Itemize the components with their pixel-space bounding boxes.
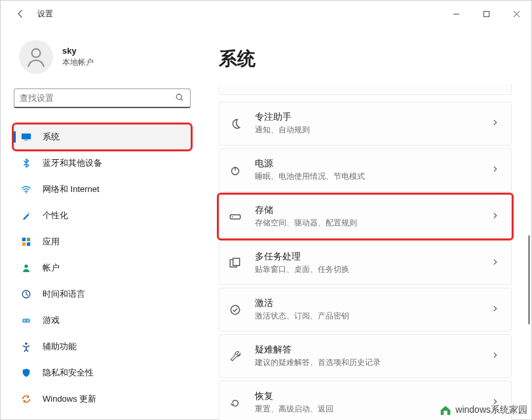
nav-label: Windows 更新 bbox=[43, 393, 96, 405]
nav-item-2[interactable]: 网络和 Internet bbox=[14, 177, 191, 202]
monitor-icon bbox=[20, 131, 32, 143]
settings-list: 专注助手通知、自动规则电源睡眠、电池使用情况、节电模式存储存储空间、驱动器、配置… bbox=[219, 85, 512, 420]
wifi-icon bbox=[20, 183, 32, 195]
nav-item-7[interactable]: 游戏 bbox=[14, 308, 191, 333]
setting-subtitle: 通知、自动规则 bbox=[255, 124, 480, 136]
nav-label: 隐私和安全性 bbox=[43, 367, 94, 379]
nav-label: 蓝牙和其他设备 bbox=[43, 157, 102, 169]
search-icon bbox=[175, 93, 184, 104]
minimize-icon bbox=[453, 10, 460, 18]
brand-text: windows系统家园 bbox=[455, 404, 527, 416]
user-info: sky 本地帐户 bbox=[62, 46, 94, 68]
nav-label: 时间和语言 bbox=[43, 288, 85, 300]
recover-icon bbox=[227, 395, 243, 411]
nav-label: 系统 bbox=[43, 131, 60, 143]
settings-item-partial-top[interactable] bbox=[219, 85, 512, 95]
time-icon bbox=[20, 288, 32, 300]
page-title: 系统 bbox=[219, 47, 512, 71]
game-icon bbox=[20, 315, 32, 326]
person-icon bbox=[20, 262, 32, 274]
setting-title: 激活 bbox=[255, 297, 480, 309]
apps-icon bbox=[20, 236, 32, 248]
window-title: 设置 bbox=[37, 9, 53, 20]
person-icon bbox=[23, 44, 49, 70]
nav-item-1[interactable]: 蓝牙和其他设备 bbox=[14, 151, 191, 176]
setting-title: 存储 bbox=[255, 204, 480, 216]
user-name: sky bbox=[62, 46, 94, 56]
chevron-right-icon bbox=[491, 305, 501, 315]
window-controls bbox=[441, 1, 531, 27]
accessibility-icon bbox=[20, 341, 32, 353]
brand-logo-icon bbox=[438, 404, 453, 417]
back-button[interactable] bbox=[7, 1, 33, 27]
setting-item-3[interactable]: 多任务处理贴靠窗口、桌面、任务切换 bbox=[219, 241, 512, 285]
nav-item-8[interactable]: 辅助功能 bbox=[14, 334, 191, 359]
user-account-type: 本地帐户 bbox=[62, 57, 94, 68]
setting-subtitle: 睡眠、电池使用情况、节电模式 bbox=[255, 171, 480, 182]
nav-item-6[interactable]: 时间和语言 bbox=[14, 282, 191, 307]
settings-window: 设置 sky 本地帐户 系统蓝牙和其他设备网络和 Internet个性化应用帐户… bbox=[0, 0, 532, 420]
close-icon bbox=[513, 10, 520, 18]
setting-title: 恢复 bbox=[255, 391, 480, 402]
setting-subtitle: 贴靠窗口、桌面、任务切换 bbox=[255, 264, 480, 275]
wrench-icon bbox=[227, 349, 243, 364]
scrollbar-thumb[interactable] bbox=[528, 235, 530, 324]
chevron-right-icon bbox=[491, 212, 501, 221]
setting-text: 存储存储空间、驱动器、配置规则 bbox=[255, 204, 480, 229]
bluetooth-icon bbox=[20, 157, 32, 169]
maximize-icon bbox=[483, 10, 490, 18]
watermark: windows系统家园 bbox=[438, 404, 527, 417]
setting-item-1[interactable]: 电源睡眠、电池使用情况、节电模式 bbox=[219, 148, 512, 192]
search-input[interactable] bbox=[14, 88, 191, 108]
setting-item-0[interactable]: 专注助手通知、自动规则 bbox=[219, 102, 512, 145]
brush-icon bbox=[20, 210, 32, 221]
nav-item-0[interactable]: 系统 bbox=[14, 124, 191, 149]
main-pane: 系统 专注助手通知、自动规则电源睡眠、电池使用情况、节电模式存储存储空间、驱动器… bbox=[200, 27, 531, 419]
maximize-button[interactable] bbox=[471, 1, 501, 27]
storage-icon bbox=[227, 209, 243, 225]
nav-item-3[interactable]: 个性化 bbox=[14, 203, 191, 228]
nav-label: 个性化 bbox=[43, 210, 68, 221]
activate-icon bbox=[227, 302, 243, 318]
chevron-right-icon bbox=[491, 351, 501, 361]
search-wrap bbox=[14, 88, 191, 108]
setting-subtitle: 存储空间、驱动器、配置规则 bbox=[255, 218, 480, 229]
setting-text: 电源睡眠、电池使用情况、节电模式 bbox=[255, 158, 480, 182]
nav-item-4[interactable]: 应用 bbox=[14, 229, 191, 254]
setting-item-2[interactable]: 存储存储空间、驱动器、配置规则 bbox=[219, 195, 512, 239]
content-area: sky 本地帐户 系统蓝牙和其他设备网络和 Internet个性化应用帐户时间和… bbox=[1, 27, 531, 419]
minimize-button[interactable] bbox=[441, 1, 471, 27]
sidebar: sky 本地帐户 系统蓝牙和其他设备网络和 Internet个性化应用帐户时间和… bbox=[1, 27, 200, 419]
setting-item-5[interactable]: 疑难解答建议的疑难解答、首选项和历史记录 bbox=[219, 334, 512, 378]
chevron-right-icon bbox=[491, 258, 501, 268]
setting-subtitle: 激活状态、订阅、产品密钥 bbox=[255, 311, 480, 322]
nav-label: 帐户 bbox=[43, 262, 60, 274]
nav-label: 辅助功能 bbox=[43, 341, 77, 353]
chevron-right-icon bbox=[491, 119, 501, 128]
setting-text: 激活激活状态、订阅、产品密钥 bbox=[255, 297, 480, 322]
shield-icon bbox=[20, 367, 32, 379]
setting-text: 多任务处理贴靠窗口、桌面、任务切换 bbox=[255, 251, 480, 275]
setting-item-4[interactable]: 激活激活状态、订阅、产品密钥 bbox=[219, 288, 512, 332]
power-icon bbox=[227, 162, 243, 178]
close-button[interactable] bbox=[501, 1, 531, 27]
scrollbar-track[interactable] bbox=[527, 27, 531, 419]
moon-icon bbox=[227, 116, 243, 132]
setting-title: 疑难解答 bbox=[255, 344, 480, 356]
nav-label: 网络和 Internet bbox=[43, 183, 100, 195]
nav-label: 游戏 bbox=[43, 315, 60, 326]
titlebar: 设置 bbox=[1, 1, 531, 27]
nav-item-10[interactable]: Windows 更新 bbox=[14, 387, 191, 411]
setting-title: 专注助手 bbox=[255, 111, 480, 123]
nav-item-5[interactable]: 帐户 bbox=[14, 256, 191, 280]
user-block[interactable]: sky 本地帐户 bbox=[14, 27, 191, 88]
setting-text: 疑难解答建议的疑难解答、首选项和历史记录 bbox=[255, 344, 480, 368]
back-arrow-icon bbox=[16, 9, 25, 18]
nav-item-9[interactable]: 隐私和安全性 bbox=[14, 360, 191, 385]
setting-subtitle: 建议的疑难解答、首选项和历史记录 bbox=[255, 357, 480, 368]
setting-title: 多任务处理 bbox=[255, 251, 480, 263]
setting-title: 电源 bbox=[255, 158, 480, 170]
avatar bbox=[19, 40, 53, 74]
nav-label: 应用 bbox=[43, 236, 60, 248]
chevron-right-icon bbox=[491, 165, 501, 175]
